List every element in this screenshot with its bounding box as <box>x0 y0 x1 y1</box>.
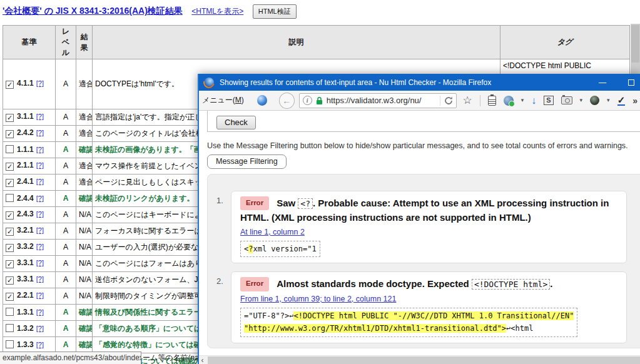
overflow-chevron-icon[interactable]: » <box>632 96 637 106</box>
maximize-button[interactable] <box>617 74 640 91</box>
criterion-help-link[interactable]: [?] <box>36 161 44 169</box>
html-validate-button[interactable]: HTML検証 <box>253 4 297 19</box>
message-filtering-button[interactable]: Message Filtering <box>207 154 287 169</box>
row-checkbox[interactable]: ✓ <box>6 211 14 220</box>
row-checkbox[interactable]: ✓ <box>6 276 14 285</box>
scrapbook-icon[interactable]: S <box>544 96 553 105</box>
history-dropdown-icon[interactable]: ▾ <box>521 98 524 103</box>
url-bar[interactable]: i https://validator.w3.org/nu/ <box>299 93 457 108</box>
criterion-id: 1.1.1 <box>17 145 34 154</box>
html-validator-check-icon[interactable]: ✓ <box>617 95 626 106</box>
error-location-link[interactable]: At line 1, column 2 <box>240 228 305 236</box>
result-cell: N/A <box>76 288 93 304</box>
error-message: ErrorAlmost standards mode doctype. Expe… <box>240 277 617 291</box>
globe-icon[interactable] <box>257 95 267 106</box>
row-checkbox[interactable]: ✓ <box>6 179 14 187</box>
inline-code-snippet: <? <box>298 198 313 209</box>
addon-sphere-icon[interactable] <box>590 96 599 105</box>
criterion-help-link[interactable]: [?] <box>36 146 44 153</box>
row-checkbox[interactable] <box>6 194 14 202</box>
criterion-help-link[interactable]: [?] <box>36 259 44 266</box>
criterion-help-link[interactable]: [?] <box>36 341 44 348</box>
inline-code-snippet: <!DOCTYPE html> <box>472 279 550 290</box>
downloads-icon[interactable]: ↓ <box>531 96 536 106</box>
row-checkbox[interactable] <box>6 324 14 332</box>
result-cell: N/A <box>76 239 93 255</box>
navigation-toolbar: メニュー(M) ← i https://validator.w3.org/nu/… <box>198 91 640 111</box>
criterion-id: 1.3.3 <box>17 340 34 349</box>
criterion-help-link[interactable]: [?] <box>36 308 44 316</box>
row-checkbox[interactable] <box>6 308 14 316</box>
code-segment: <!DOCTYPE html PUBLIC "-//W3C//DTD XHTML… <box>293 311 574 320</box>
screenshot-icon[interactable] <box>561 96 572 104</box>
code-segment: ="UTF-8"?> <box>244 311 289 320</box>
criterion-id: 2.4.3 <box>17 210 34 218</box>
row-checkbox[interactable]: ✓ <box>6 130 14 138</box>
back-button[interactable]: ← <box>279 93 295 109</box>
reading-list-icon[interactable] <box>488 96 496 106</box>
addon-dropdown-icon[interactable]: ▾ <box>607 98 610 103</box>
code-line: <?xml version="1 <box>244 243 317 255</box>
horizontal-scrollbar[interactable]: ‹ <box>198 355 640 364</box>
criterion-help-link[interactable]: [?] <box>36 178 44 185</box>
criterion-help-link[interactable]: [?] <box>36 275 44 283</box>
criterion-cell: 2.4.4[?] <box>3 190 56 206</box>
reload-icon[interactable] <box>444 96 453 105</box>
level-cell: A <box>56 288 76 304</box>
criterion-cell: ✓3.1.1[?] <box>3 109 56 125</box>
results-box: 1.ErrorSaw <?. Probable cause: Attempt t… <box>207 174 640 348</box>
criterion-help-link[interactable]: [?] <box>36 291 44 299</box>
url-input[interactable]: https://validator.w3.org/nu/ <box>327 96 437 105</box>
row-checkbox[interactable]: ✓ <box>6 228 14 236</box>
criterion-help-link[interactable]: [?] <box>36 325 44 332</box>
firefox-logo-icon <box>204 78 214 88</box>
criterion-help-link[interactable]: [?] <box>36 226 44 234</box>
row-checkbox[interactable] <box>6 340 14 348</box>
criterion-cell: ✓4.1.1[?] <box>3 59 56 109</box>
window-titlebar[interactable]: Showing results for contents of text-inp… <box>198 74 640 91</box>
level-cell: A <box>56 304 76 320</box>
intro-text: Use the Message Filtering button below t… <box>207 141 628 150</box>
row-checkbox[interactable]: ✓ <box>6 163 14 171</box>
page-info-icon[interactable]: i <box>303 96 312 105</box>
bookmark-star-icon[interactable]: ☆ <box>462 95 472 106</box>
minimize-button[interactable]: — <box>588 74 617 91</box>
result-cell: 適合 <box>76 59 93 109</box>
level-cell: A <box>56 174 76 190</box>
urlbar-divider <box>440 96 440 106</box>
result-cell: N/A <box>76 223 93 239</box>
row-checkbox[interactable]: ✓ <box>6 81 14 89</box>
toolbar-icons: ☆▾↓S▾▾✓ <box>462 95 625 106</box>
criterion-help-link[interactable]: [?] <box>36 243 44 250</box>
row-checkbox[interactable]: ✓ <box>6 244 14 252</box>
show-html-link[interactable]: <HTMLを表示> <box>191 7 243 16</box>
criterion-id: 2.4.1 <box>17 177 34 186</box>
code-segment: xml version="1 <box>253 245 316 253</box>
criterion-help-link[interactable]: [?] <box>36 129 44 136</box>
level-cell: A <box>56 255 76 271</box>
page-vertical-scrollbar-thumb[interactable] <box>631 25 639 63</box>
row-checkbox[interactable]: ✓ <box>6 114 14 122</box>
level-cell: A <box>56 59 76 109</box>
history-sync-icon[interactable] <box>504 96 514 106</box>
page-title-link[interactable]: '会社概要' の JIS X 8341-3:2016(AA)検証結果 <box>3 6 183 16</box>
criterion-id: 3.2.1 <box>17 226 34 235</box>
error-location-link[interactable]: From line 1, column 39; to line 2, colum… <box>240 295 396 303</box>
criterion-help-link[interactable]: [?] <box>36 113 44 120</box>
screenshot-dropdown-icon[interactable]: ▾ <box>580 98 583 103</box>
scroll-left-arrow[interactable]: ‹ <box>198 356 207 364</box>
check-button[interactable]: Check <box>216 116 256 129</box>
criterion-cell: ✓2.4.2[?] <box>3 125 56 141</box>
toolbar-separator <box>480 95 480 106</box>
criterion-help-link[interactable]: [?] <box>36 79 44 87</box>
menu-button[interactable]: メニュー(M) <box>202 95 244 106</box>
row-checkbox[interactable]: ✓ <box>6 260 14 268</box>
criterion-help-link[interactable]: [?] <box>36 210 44 218</box>
criterion-id: 4.1.1 <box>17 79 34 88</box>
horizontal-scrollbar-thumb[interactable] <box>208 356 640 364</box>
criterion-help-link[interactable]: [?] <box>36 195 44 202</box>
row-checkbox[interactable] <box>6 145 14 153</box>
row-checkbox[interactable]: ✓ <box>6 293 14 301</box>
criterion-cell: ✓2.1.1[?] <box>3 158 56 174</box>
level-cell: A <box>56 271 76 288</box>
